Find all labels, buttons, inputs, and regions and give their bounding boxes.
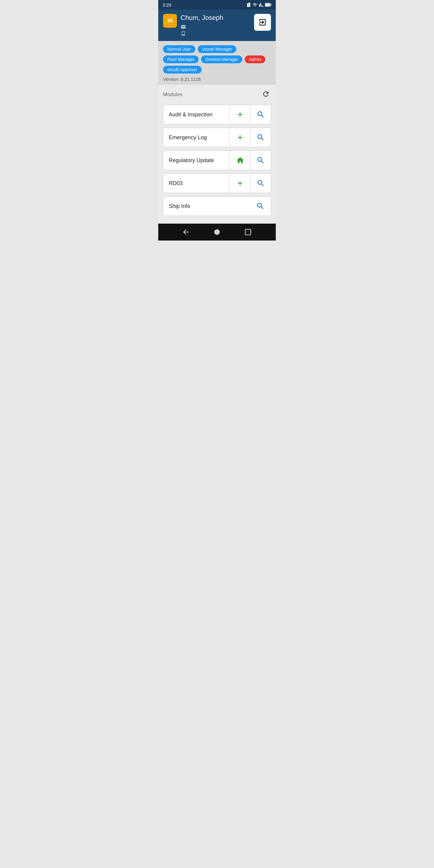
status-icons [246,2,272,7]
wifi-icon [252,2,258,7]
home-icon [236,156,244,164]
refresh-button[interactable] [261,89,271,100]
nav-recent-button[interactable] [244,228,252,236]
search-icon [256,156,265,164]
rd03-add-button[interactable]: + [230,174,250,193]
ship-info-search-button[interactable] [250,196,271,216]
avatar: 36 [163,14,177,28]
nav-back-button[interactable] [182,228,190,236]
plus-icon: + [237,110,243,119]
signal-icon [259,2,264,7]
module-name-regulatory-update: Regulatory Update [163,157,230,164]
modules-label: Modules [163,92,182,98]
role-badge-vessel-manager: Vessel Manager [198,45,236,53]
version-info: Version: 8.21.1126 [163,76,271,82]
module-row-ship-info: Ship Info [163,196,271,216]
module-row-emergency-log: Emergency Log + [163,128,271,147]
role-badge-general-manager: General Manager [201,56,242,63]
search-icon [256,133,265,142]
plus-icon: + [237,179,243,188]
logout-icon [258,18,267,27]
nav-home-button[interactable] [213,228,221,236]
search-icon [256,179,265,187]
header-contact [181,24,223,36]
svg-rect-4 [245,229,251,235]
svg-point-3 [214,229,220,235]
modules-section: Modules Audit & Inspection + Emergency L… [158,85,276,224]
roles-list: Normal User Vessel Manager Fleet Manager… [163,45,271,73]
status-time: 3:29 [162,2,171,7]
header-info: Chum, Joseph [181,14,223,36]
module-name-rd03: RD03 [163,180,230,187]
roles-section: Normal User Vessel Manager Fleet Manager… [158,41,276,85]
audit-inspection-search-button[interactable] [250,105,271,124]
module-row-rd03: RD03 + [163,174,271,193]
phone-icon [181,31,186,36]
version-number: 8.21.1126 [181,76,201,82]
email-row [181,24,223,30]
email-icon [181,24,186,30]
module-name-emergency-log: Emergency Log [163,134,230,141]
module-row-audit-inspection: Audit & Inspection + [163,105,271,124]
header-left: 36 Chum, Joseph [163,14,254,36]
header: 36 Chum, Joseph [158,10,276,41]
emergency-log-add-button[interactable]: + [230,128,250,147]
rd03-search-button[interactable] [250,174,271,193]
role-badge-fleet-manager: Fleet Manager [163,56,198,63]
module-name-ship-info: Ship Info [163,203,250,210]
plus-icon: + [237,133,243,142]
search-icon [256,202,265,210]
module-row-regulatory-update: Regulatory Update [163,151,271,170]
battery-icon [265,3,272,7]
role-badge-eaudit-approver: eAudit Approver [163,66,202,73]
role-badge-normal-user: Normal User [163,45,195,53]
audit-inspection-add-button[interactable]: + [230,105,250,124]
emergency-log-search-button[interactable] [250,128,271,147]
svg-rect-1 [270,4,271,6]
module-name-audit-inspection: Audit & Inspection [163,112,230,118]
regulatory-update-search-button[interactable] [250,151,271,170]
regulatory-update-home-button[interactable] [230,151,250,170]
svg-rect-2 [265,4,270,6]
nav-home-icon [213,228,221,236]
modules-header: Modules [163,89,271,100]
refresh-icon [262,90,270,98]
search-icon [256,110,265,119]
role-badge-admin: Admin [245,56,265,63]
phone-row [181,31,223,36]
sim-icon [246,2,251,7]
nav-bar [158,224,276,241]
version-label: Version: [163,76,179,82]
logout-button[interactable] [254,14,271,31]
nav-recent-icon [244,228,252,236]
status-bar: 3:29 [158,0,276,10]
user-name: Chum, Joseph [181,14,223,22]
back-icon [182,228,190,236]
